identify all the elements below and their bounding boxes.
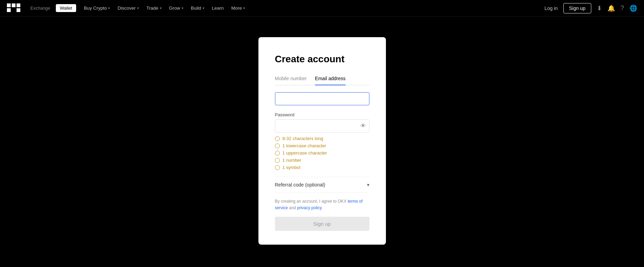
req-symbol-dot: [275, 165, 280, 170]
email-input[interactable]: [275, 92, 369, 105]
nav-discover[interactable]: Discover ▾: [114, 3, 142, 13]
svg-rect-3: [17, 3, 20, 7]
nav-grow[interactable]: Grow ▾: [166, 3, 187, 13]
exchange-tab[interactable]: Exchange: [26, 4, 54, 12]
show-password-icon[interactable]: 👁: [360, 123, 366, 129]
privacy-policy-link[interactable]: privacy policy: [297, 205, 322, 210]
req-uppercase: 1 uppercase character: [275, 150, 369, 156]
nav-build[interactable]: Build ▾: [187, 3, 208, 13]
svg-rect-4: [7, 8, 11, 12]
req-number-dot: [275, 158, 280, 163]
nav-more[interactable]: More ▾: [228, 3, 248, 13]
password-wrapper: 👁: [275, 119, 369, 132]
header-signup-button[interactable]: Sign up: [563, 3, 591, 13]
nav-trade[interactable]: Trade ▾: [143, 3, 165, 13]
globe-icon[interactable]: 🌐: [630, 4, 637, 12]
help-icon[interactable]: ?: [621, 4, 624, 12]
password-requirements: 8-32 characters long 1 lowercase charact…: [275, 136, 369, 170]
main-nav: Buy Crypto ▾ Discover ▾ Trade ▾ Grow ▾ B…: [80, 3, 544, 13]
main-content: Create account Mobile number Email addre…: [0, 0, 644, 267]
discover-chevron-icon: ▾: [137, 6, 139, 10]
password-label: Password: [275, 112, 369, 117]
header-right: Log in Sign up ⬇ 🔔 ? 🌐: [544, 3, 637, 13]
req-symbol: 1 symbol: [275, 165, 369, 170]
password-input[interactable]: [275, 119, 369, 132]
header: Exchange Wallet Buy Crypto ▾ Discover ▾ …: [0, 0, 644, 17]
password-group: Password 👁 8-32 characters long 1 lowerc…: [275, 112, 369, 170]
req-lowercase: 1 lowercase character: [275, 143, 369, 148]
download-icon[interactable]: ⬇: [597, 4, 602, 12]
svg-rect-1: [7, 3, 11, 7]
svg-rect-5: [17, 8, 20, 12]
referral-label: Referral code (optional): [275, 182, 325, 188]
login-button[interactable]: Log in: [544, 6, 558, 11]
buy-crypto-chevron-icon: ▾: [108, 6, 110, 10]
req-uppercase-dot: [275, 151, 280, 156]
wallet-tab[interactable]: Wallet: [56, 4, 76, 12]
tab-mobile[interactable]: Mobile number: [275, 76, 307, 85]
create-account-card: Create account Mobile number Email addre…: [258, 37, 386, 245]
nav-buy-crypto[interactable]: Buy Crypto ▾: [80, 3, 113, 13]
signup-submit-button[interactable]: Sign up: [275, 217, 369, 231]
more-chevron-icon: ▾: [243, 6, 245, 10]
svg-rect-2: [12, 3, 16, 7]
logo[interactable]: [7, 3, 21, 13]
nav-learn[interactable]: Learn: [208, 3, 227, 13]
referral-chevron-icon: ▾: [367, 182, 369, 188]
req-lowercase-dot: [275, 143, 280, 148]
form-title: Create account: [275, 54, 369, 65]
header-tabs: Exchange Wallet: [26, 4, 76, 12]
referral-row[interactable]: Referral code (optional) ▾: [275, 177, 369, 193]
grow-chevron-icon: ▾: [182, 6, 183, 10]
req-number: 1 number: [275, 158, 369, 163]
req-length: 8-32 characters long: [275, 136, 369, 141]
req-length-dot: [275, 136, 280, 141]
bell-icon[interactable]: 🔔: [607, 4, 615, 12]
terms-text: By creating an account, I agree to OKX t…: [275, 198, 369, 211]
tab-email[interactable]: Email address: [315, 76, 346, 85]
build-chevron-icon: ▾: [203, 6, 204, 10]
form-tabs: Mobile number Email address: [275, 76, 369, 85]
trade-chevron-icon: ▾: [160, 6, 162, 10]
email-group: [275, 92, 369, 105]
